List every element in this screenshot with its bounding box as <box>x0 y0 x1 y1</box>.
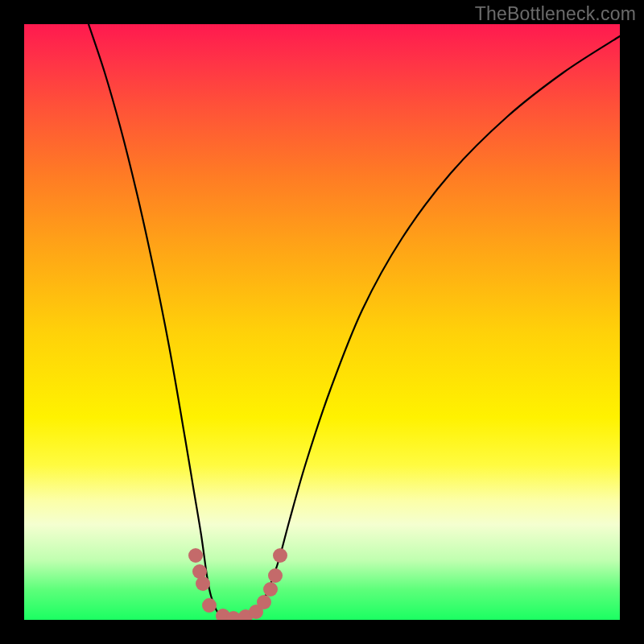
plot-area <box>24 24 620 620</box>
highlight-dot <box>188 548 203 563</box>
bottleneck-curve <box>89 24 620 620</box>
highlight-dot <box>257 595 271 609</box>
highlight-dot <box>196 576 210 591</box>
chart-svg <box>24 24 620 620</box>
highlight-dot <box>268 568 283 583</box>
highlight-dots <box>188 548 287 620</box>
highlight-dot <box>263 582 278 597</box>
highlight-dot <box>202 598 217 613</box>
outer-frame: TheBottleneck.com <box>0 0 644 644</box>
highlight-dot <box>273 548 287 563</box>
watermark-text: TheBottleneck.com <box>475 3 636 25</box>
